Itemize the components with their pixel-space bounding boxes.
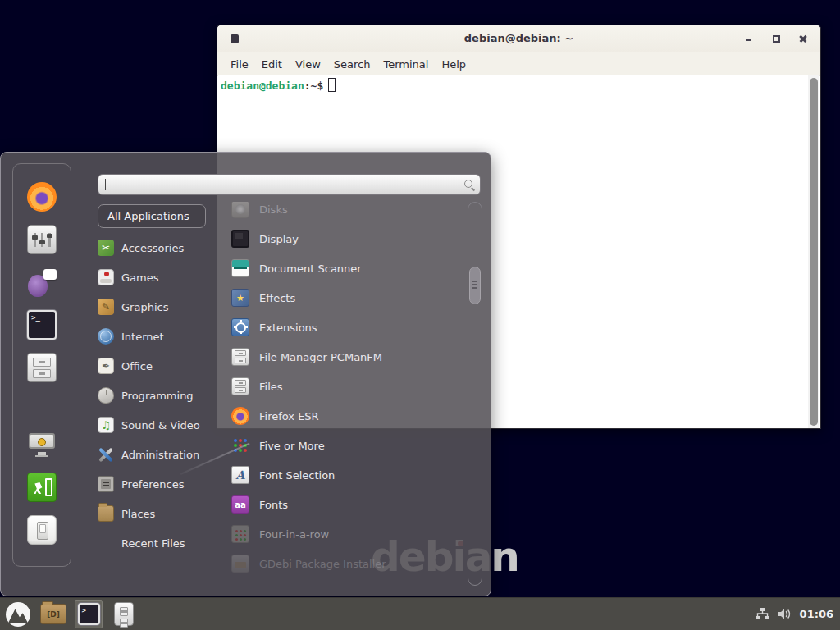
menu-view[interactable]: View (289, 56, 327, 73)
favorite-mixer-icon[interactable] (27, 225, 57, 254)
sound-video-icon (98, 417, 114, 433)
app-extensions[interactable]: Extensions (231, 313, 468, 342)
launcher-menu[interactable] (4, 600, 32, 628)
menu-terminal[interactable]: Terminal (377, 56, 435, 73)
taskbar: [D] 01:06 (0, 597, 840, 630)
menu-file[interactable]: File (224, 56, 255, 73)
app-display[interactable]: Display (231, 224, 468, 253)
launcher-terminal[interactable] (75, 600, 103, 628)
games-icon (98, 269, 114, 285)
favorite-pidgin-icon[interactable] (27, 267, 57, 297)
launcher-desktop-folder[interactable]: [D] (39, 600, 67, 628)
app-document-scanner[interactable]: Document Scanner (231, 253, 468, 283)
effects-icon (231, 289, 249, 307)
app-fonts[interactable]: Fonts (231, 490, 468, 519)
network-icon[interactable] (756, 608, 770, 621)
category-list: All ApplicationsAccessoriesGamesGraphics… (98, 204, 206, 558)
text-caret (105, 179, 106, 190)
launcher-file-manager[interactable] (110, 600, 138, 628)
search-input[interactable] (98, 174, 481, 195)
maximize-icon[interactable] (770, 33, 782, 44)
preferences-icon (98, 476, 114, 492)
app-gdebi-package-installer[interactable]: GDebi Package Installer (231, 549, 468, 578)
app-label: Disks (259, 203, 288, 216)
app-file-manager-pcmanfm[interactable]: File Manager PCManFM (231, 342, 468, 372)
four-in-a-row-icon (231, 525, 249, 543)
category-programming[interactable]: Programming (98, 381, 206, 410)
disks-icon (231, 202, 249, 218)
favorites-column (12, 163, 71, 567)
category-all-applications[interactable]: All Applications (98, 204, 206, 228)
app-label: GDebi Package Installer (259, 558, 386, 570)
app-font-selection[interactable]: Font Selection (231, 460, 468, 490)
menu-scrollbar-thumb[interactable] (469, 267, 481, 304)
app-five-or-more[interactable]: Five or More (231, 431, 468, 460)
category-label: Places (121, 508, 155, 520)
category-label: Office (121, 360, 153, 372)
administration-icon (98, 446, 114, 463)
close-icon[interactable] (797, 33, 809, 44)
terminal-menubar: FileEditViewSearchTerminalHelp (217, 52, 820, 76)
category-games[interactable]: Games (98, 262, 206, 292)
volume-icon[interactable] (778, 608, 792, 621)
extensions-icon (231, 318, 249, 336)
app-disks[interactable]: Disks (231, 202, 468, 224)
category-office[interactable]: Office (98, 351, 206, 381)
app-firefox-esr[interactable]: Firefox ESR (231, 401, 468, 431)
category-label: Internet (121, 331, 164, 343)
category-sound-video[interactable]: Sound & Video (98, 410, 206, 440)
category-internet[interactable]: Internet (98, 322, 206, 351)
category-label: Graphics (121, 301, 168, 313)
terminal-cursor (328, 78, 336, 92)
minimize-icon[interactable] (743, 33, 755, 44)
app-effects[interactable]: Effects (231, 283, 468, 313)
app-label: File Manager PCManFM (259, 351, 382, 363)
taskbar-launchers: [D] (0, 600, 138, 628)
logout-icon[interactable] (27, 472, 57, 502)
desktop-folder-icon: [D] (40, 604, 66, 624)
category-recent-files[interactable]: Recent Files (98, 528, 206, 558)
category-label: Programming (121, 390, 194, 402)
terminal-scrollbar-thumb[interactable] (810, 78, 818, 426)
graphics-icon (98, 299, 114, 315)
category-label: Accessories (121, 242, 184, 254)
category-administration[interactable]: Administration (98, 440, 206, 469)
file-manager-icon (114, 602, 134, 626)
terminal-titlebar[interactable]: debian@debian: ~ (217, 25, 820, 52)
application-menu: All ApplicationsAccessoriesGamesGraphics… (0, 152, 491, 596)
application-list: DisksDisplayDocument ScannerEffectsExten… (231, 202, 468, 581)
app-label: Font Selection (259, 469, 335, 482)
favorite-terminal-icon[interactable] (27, 310, 57, 340)
terminal-scrollbar[interactable] (808, 75, 819, 428)
favorite-firefox-icon[interactable] (27, 182, 57, 212)
category-preferences[interactable]: Preferences (98, 469, 206, 499)
app-label: Firefox ESR (259, 410, 319, 422)
terminal-prompt: debian@debian:~$ (221, 78, 336, 92)
category-label: Sound & Video (121, 419, 200, 431)
app-files[interactable]: Files (231, 372, 468, 401)
favorite-cabinet-icon[interactable] (27, 353, 57, 382)
folder-badge: [D] (47, 610, 60, 619)
category-places[interactable]: Places (98, 499, 206, 528)
menu-help[interactable]: Help (435, 56, 472, 73)
search-icon (464, 180, 472, 188)
menu-scrollbar[interactable] (468, 202, 482, 586)
category-label: Administration (121, 449, 199, 461)
menu-icon (6, 602, 30, 627)
menu-search[interactable]: Search (327, 56, 377, 73)
app-label: Files (259, 381, 283, 393)
shutdown-icon[interactable] (27, 515, 57, 545)
category-accessories[interactable]: Accessories (98, 233, 206, 262)
category-label: Recent Files (121, 537, 185, 550)
prompt-path: :~$ (304, 80, 323, 92)
category-label: Preferences (121, 478, 184, 491)
prompt-user-host: debian@debian (221, 80, 304, 92)
app-four-in-a-row[interactable]: Four-in-a-row (231, 519, 468, 549)
menu-edit[interactable]: Edit (255, 56, 289, 73)
app-label: Four-in-a-row (259, 528, 329, 541)
clock[interactable]: 01:06 (800, 608, 833, 620)
lock-icon[interactable] (27, 430, 57, 459)
app-label: Extensions (259, 322, 317, 334)
category-graphics[interactable]: Graphics (98, 292, 206, 322)
taskbar-tray: 01:06 (756, 608, 840, 621)
